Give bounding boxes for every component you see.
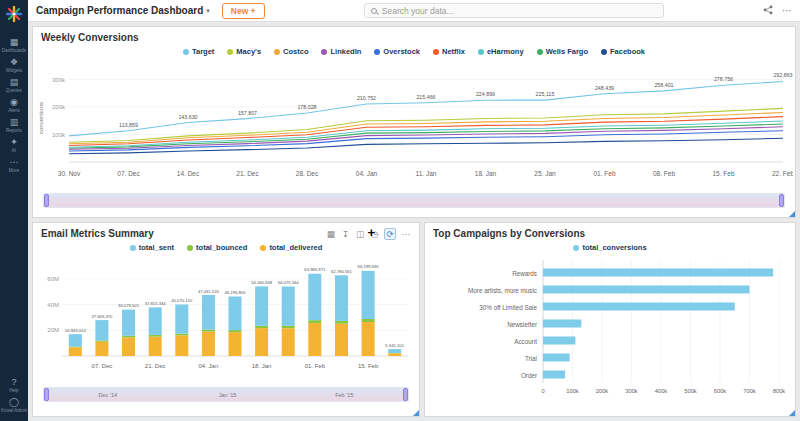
bar-segment-total-sent[interactable] xyxy=(229,297,242,331)
bar-segment-total-sent[interactable] xyxy=(362,271,375,319)
bar-segment-total-delivered[interactable] xyxy=(122,337,135,356)
bar-segment-total-bounced[interactable] xyxy=(122,336,135,338)
hbar-order[interactable] xyxy=(543,371,565,379)
search-input[interactable]: Search your data... xyxy=(364,3,664,18)
hbar-newsletter[interactable] xyxy=(543,320,581,328)
hbar-account[interactable] xyxy=(543,337,575,345)
bar-segment-total-bounced[interactable] xyxy=(175,334,188,336)
sidebar-item-alerts[interactable]: ◉Alerts xyxy=(0,97,28,113)
resize-corner-icon[interactable] xyxy=(413,410,419,416)
bar-segment-total-sent[interactable] xyxy=(69,334,82,346)
bar-segment-total-delivered[interactable] xyxy=(335,324,348,356)
legend-item-macy-s[interactable]: Macy's xyxy=(227,47,261,56)
bar-segment-total-sent[interactable] xyxy=(175,305,188,334)
bar-segment-total-bounced[interactable] xyxy=(149,335,162,337)
chart-type-icon[interactable]: ◫ xyxy=(355,229,365,239)
legend-item-total-delivered[interactable]: total_delivered xyxy=(260,243,322,252)
series-line-costco[interactable] xyxy=(69,113,783,144)
legend-item-overstock[interactable]: Overstock xyxy=(374,47,420,56)
bar-segment-total-delivered[interactable] xyxy=(388,353,401,356)
legend-item-total-conversions[interactable]: total_conversions xyxy=(573,243,646,252)
svg-text:215,466: 215,466 xyxy=(416,94,435,100)
bar-segment-total-delivered[interactable] xyxy=(282,328,295,356)
bar-segment-total-delivered[interactable] xyxy=(149,337,162,356)
bar-segment-total-bounced[interactable] xyxy=(362,319,375,322)
legend-item-target[interactable]: Target xyxy=(183,47,214,56)
email-nav-label-1: Dec '14 xyxy=(99,392,117,398)
bar-segment-total-sent[interactable] xyxy=(255,286,268,325)
sidebar-item-dashboards[interactable]: ▦Dashboards xyxy=(0,37,28,53)
more-menu-icon[interactable]: ⋯ xyxy=(782,5,792,16)
bar-segment-total-delivered[interactable] xyxy=(95,342,108,356)
bar-segment-total-bounced[interactable] xyxy=(69,347,82,348)
email-navigator-left-handle[interactable] xyxy=(44,388,49,401)
table-view-icon[interactable]: ▦ xyxy=(326,229,336,239)
email-metrics-chart[interactable]: 20M40M60M16,943,01427,945,37036,079,5013… xyxy=(36,254,416,384)
sidebar-item-widgets[interactable]: ❖Widgets xyxy=(0,57,28,73)
bar-segment-total-bounced[interactable] xyxy=(229,330,242,332)
resize-corner-icon[interactable] xyxy=(789,410,795,416)
bar-segment-total-delivered[interactable] xyxy=(362,322,375,356)
weekly-conversions-chart[interactable]: 100k200k300kconversions30. Nov07. Dec14.… xyxy=(35,58,793,190)
legend-item-total-sent[interactable]: total_sent xyxy=(130,243,174,252)
dashboard-title[interactable]: Campaign Performance Dashboard xyxy=(36,5,203,16)
sidebar-item-help[interactable]: ?Help xyxy=(0,377,28,393)
weekly-navigator-left-handle[interactable] xyxy=(44,194,49,207)
email-navigator-right-handle[interactable] xyxy=(403,388,408,401)
bar-segment-total-sent[interactable] xyxy=(149,307,162,335)
sidebar-item-reports[interactable]: ▥Reports xyxy=(0,117,28,133)
email-range-navigator[interactable]: Dec '14 Jan '15 Feb '15 xyxy=(43,387,409,402)
bar-segment-total-sent[interactable] xyxy=(282,287,295,326)
resize-corner-icon[interactable] xyxy=(789,211,795,217)
sidebar-item-admin[interactable]: ◯Knowl Admin xyxy=(0,397,28,413)
legend-item-netflix[interactable]: Netflix xyxy=(433,47,465,56)
bar-segment-total-delivered[interactable] xyxy=(229,332,242,356)
history-icon[interactable]: ◷ xyxy=(370,229,379,239)
legend-item-total-bounced[interactable]: total_bounced xyxy=(187,243,247,252)
bar-segment-total-bounced[interactable] xyxy=(335,321,348,324)
bar-segment-total-sent[interactable] xyxy=(335,275,348,321)
share-icon[interactable] xyxy=(763,5,773,17)
refresh-icon[interactable]: ⟳ xyxy=(384,228,395,240)
bar-segment-total-delivered[interactable] xyxy=(255,328,268,356)
sidebar-item-ai[interactable]: ✦AI xyxy=(0,137,28,153)
legend-item-linkedin[interactable]: LinkedIn xyxy=(321,47,361,56)
legend-label: total_delivered xyxy=(269,243,322,252)
bar-segment-total-bounced[interactable] xyxy=(308,320,321,323)
legend-item-costco[interactable]: Costco xyxy=(274,47,308,56)
bar-segment-total-bounced[interactable] xyxy=(282,326,295,328)
bar-segment-total-sent[interactable] xyxy=(95,320,108,340)
sidebar-item-more[interactable]: ⋯More xyxy=(0,157,28,173)
bar-segment-total-delivered[interactable] xyxy=(308,323,321,356)
app-logo-icon[interactable] xyxy=(5,5,23,27)
bar-segment-total-bounced[interactable] xyxy=(95,340,108,341)
weekly-navigator-right-handle[interactable] xyxy=(779,194,784,207)
sidebar-item-queries[interactable]: ▤Queries xyxy=(0,77,28,93)
series-line-netflix[interactable] xyxy=(69,117,783,146)
bar-segment-total-delivered[interactable] xyxy=(202,332,215,356)
more-icon[interactable]: ⋯ xyxy=(401,229,412,239)
legend-item-eharmony[interactable]: eHarmony xyxy=(478,47,524,56)
legend-item-wells-fargo[interactable]: Wells Fargo xyxy=(537,47,588,56)
bar-segment-total-bounced[interactable] xyxy=(255,326,268,328)
bar-segment-total-delivered[interactable] xyxy=(69,347,82,356)
hbar-30-off-limited-sale[interactable] xyxy=(543,303,735,311)
bar-segment-total-sent[interactable] xyxy=(122,310,135,336)
bar-segment-total-sent[interactable] xyxy=(202,295,215,330)
hbar-trial[interactable] xyxy=(543,354,570,362)
new-button[interactable]: New + xyxy=(222,3,265,19)
hbar-rewards[interactable] xyxy=(543,269,773,277)
bar-segment-total-bounced[interactable] xyxy=(202,330,215,332)
bar-segment-total-delivered[interactable] xyxy=(175,335,188,356)
hbar-more-artists-more-music[interactable] xyxy=(543,286,750,294)
bar-segment-total-sent[interactable] xyxy=(388,349,401,353)
chevron-down-icon[interactable]: ▾ xyxy=(206,7,210,15)
bar-segment-total-sent[interactable] xyxy=(308,274,321,321)
legend-item-facebook[interactable]: Facebook xyxy=(601,47,645,56)
top-campaigns-chart[interactable]: 0100k200k300k400k500k600k700k800kRewards… xyxy=(427,254,793,406)
legend-label: Macy's xyxy=(236,47,261,56)
sidebar-item-label: More xyxy=(9,168,19,173)
series-line-wells-fargo[interactable] xyxy=(69,124,783,148)
weekly-range-navigator[interactable] xyxy=(43,193,785,208)
export-icon[interactable]: ↧ xyxy=(341,229,350,239)
